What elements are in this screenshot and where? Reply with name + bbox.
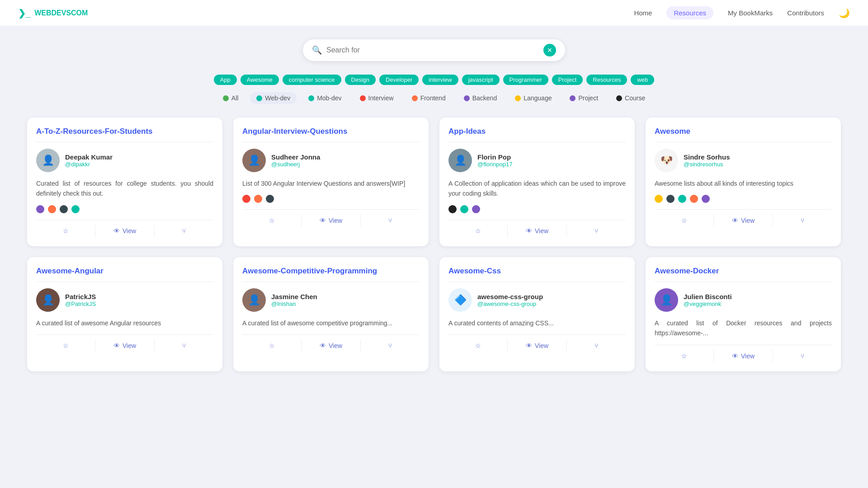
category-filter-item[interactable]: Web-dev bbox=[250, 92, 297, 104]
tag-color-dot bbox=[48, 205, 56, 213]
nav-home[interactable]: Home bbox=[634, 9, 652, 17]
search-bar: 🔍 ✕ bbox=[303, 39, 565, 61]
author-info: Sudheer Jonna@sudheerj bbox=[271, 153, 320, 168]
avatar: 👤 bbox=[36, 149, 60, 172]
view-icon: 👁 bbox=[320, 342, 326, 349]
view-button[interactable]: 👁 View bbox=[301, 214, 361, 227]
view-label: View bbox=[123, 342, 136, 349]
card-actions: ☆👁 View⑂ bbox=[655, 209, 832, 227]
card-author: 🔷awesome-css-group@awesome-css-group bbox=[448, 288, 626, 312]
card-title: Awesome-Docker bbox=[655, 266, 832, 282]
search-input[interactable] bbox=[326, 46, 539, 54]
tag-chip[interactable]: interview bbox=[422, 75, 458, 85]
category-filter-item[interactable]: Project bbox=[563, 92, 604, 104]
category-filter-item[interactable]: Mob-dev bbox=[302, 92, 348, 104]
view-label: View bbox=[123, 227, 136, 235]
view-icon: 👁 bbox=[320, 217, 326, 224]
author-name: PatrickJS bbox=[65, 293, 96, 300]
view-icon: 👁 bbox=[732, 352, 738, 360]
fork-button[interactable]: ⑂ bbox=[773, 214, 832, 227]
star-button[interactable]: ☆ bbox=[448, 225, 507, 237]
resource-card: App-Ideas👤Florin Pop@florinpop17A Collec… bbox=[439, 117, 635, 246]
author-name: Jasmine Chen bbox=[271, 293, 317, 300]
tag-chip[interactable]: web bbox=[631, 75, 654, 85]
nav-contributors[interactable]: Contributors bbox=[787, 9, 824, 17]
category-dot-icon bbox=[616, 95, 622, 101]
tag-chip[interactable]: Programmer bbox=[503, 75, 548, 85]
card-tags bbox=[242, 195, 420, 203]
resource-card: Awesome-Docker👤Julien Bisconti@veggiemon… bbox=[646, 257, 841, 371]
card-actions: ☆👁 View⑂ bbox=[36, 334, 213, 352]
avatar: 👤 bbox=[448, 149, 472, 172]
author-info: Julien Bisconti@veggiemonk bbox=[684, 293, 732, 307]
fork-button[interactable]: ⑂ bbox=[361, 339, 420, 352]
tag-chip[interactable]: Project bbox=[552, 75, 583, 85]
view-button[interactable]: 👁 View bbox=[95, 225, 155, 237]
fork-button[interactable]: ⑂ bbox=[567, 225, 626, 237]
nav-bookmarks[interactable]: My BookMarks bbox=[728, 9, 773, 17]
logo-icon: ❯_ bbox=[18, 8, 31, 19]
resource-card: Awesome🐶Sindre Sorhus@sindresorhusAwesom… bbox=[646, 117, 841, 246]
tag-chip[interactable]: Design bbox=[345, 75, 376, 85]
card-title: App-Ideas bbox=[448, 127, 626, 142]
author-handle: @awesome-css-group bbox=[477, 300, 543, 307]
view-button[interactable]: 👁 View bbox=[507, 339, 567, 352]
star-button[interactable]: ☆ bbox=[36, 225, 95, 237]
view-button[interactable]: 👁 View bbox=[713, 214, 773, 227]
card-description: A curated list of awesome Angular resour… bbox=[36, 318, 213, 328]
view-button[interactable]: 👁 View bbox=[713, 350, 773, 362]
view-label: View bbox=[741, 217, 755, 224]
tag-chip[interactable]: Resources bbox=[586, 75, 627, 85]
category-dot-icon bbox=[256, 95, 262, 101]
view-button[interactable]: 👁 View bbox=[507, 225, 567, 237]
tag-chip[interactable]: Developer bbox=[379, 75, 419, 85]
tag-color-dot bbox=[254, 195, 262, 203]
fork-button[interactable]: ⑂ bbox=[567, 339, 626, 352]
tag-chip[interactable]: App bbox=[214, 75, 237, 85]
category-filter-item[interactable]: Interview bbox=[354, 92, 400, 104]
search-clear-button[interactable]: ✕ bbox=[543, 44, 556, 56]
fork-button[interactable]: ⑂ bbox=[361, 214, 420, 227]
star-button[interactable]: ☆ bbox=[36, 339, 95, 352]
fork-button[interactable]: ⑂ bbox=[155, 225, 213, 237]
star-button[interactable]: ☆ bbox=[242, 339, 301, 352]
nav-resources[interactable]: Resources bbox=[666, 6, 713, 19]
card-actions: ☆👁 View⑂ bbox=[448, 334, 626, 352]
dark-mode-icon[interactable]: 🌙 bbox=[839, 8, 850, 19]
category-filter-item[interactable]: All bbox=[217, 92, 245, 104]
tag-color-dot bbox=[242, 195, 250, 203]
card-actions: ☆👁 View⑂ bbox=[242, 209, 420, 227]
star-button[interactable]: ☆ bbox=[242, 214, 301, 227]
card-description: A curated list of awesome competitive pr… bbox=[242, 318, 420, 328]
view-button[interactable]: 👁 View bbox=[301, 339, 361, 352]
fork-button[interactable]: ⑂ bbox=[155, 339, 213, 352]
author-info: Sindre Sorhus@sindresorhus bbox=[684, 153, 730, 168]
category-filter-item[interactable]: Language bbox=[509, 92, 558, 104]
category-filter-item[interactable]: Backend bbox=[458, 92, 503, 104]
view-label: View bbox=[741, 352, 755, 360]
resource-card: Awesome-Angular👤PatrickJS@PatrickJSA cur… bbox=[27, 257, 222, 371]
view-button[interactable]: 👁 View bbox=[95, 339, 155, 352]
star-button[interactable]: ☆ bbox=[655, 214, 713, 227]
logo[interactable]: ❯_ WEBDEVSCOM bbox=[18, 8, 88, 19]
avatar: 👤 bbox=[242, 149, 266, 172]
author-name: Sindre Sorhus bbox=[684, 153, 730, 161]
category-label: Web-dev bbox=[265, 94, 290, 102]
card-author: 🐶Sindre Sorhus@sindresorhus bbox=[655, 149, 832, 172]
category-filter-item[interactable]: Course bbox=[610, 92, 651, 104]
tag-color-dot bbox=[678, 195, 686, 203]
category-dot-icon bbox=[515, 95, 521, 101]
star-button[interactable]: ☆ bbox=[448, 339, 507, 352]
tag-chip[interactable]: computer science bbox=[283, 75, 341, 85]
tag-chip[interactable]: javascript bbox=[462, 75, 500, 85]
tag-chip[interactable]: Awesome bbox=[241, 75, 279, 85]
tag-color-dot bbox=[655, 195, 663, 203]
card-actions: ☆👁 View⑂ bbox=[448, 220, 626, 237]
fork-button[interactable]: ⑂ bbox=[773, 350, 832, 362]
category-dot-icon bbox=[570, 95, 576, 101]
star-button[interactable]: ☆ bbox=[655, 350, 713, 362]
category-filter-item[interactable]: Frontend bbox=[406, 92, 452, 104]
card-title: A-To-Z-Resources-For-Students bbox=[36, 127, 213, 142]
author-name: Julien Bisconti bbox=[684, 293, 732, 300]
navbar: ❯_ WEBDEVSCOM Home Resources My BookMark… bbox=[0, 0, 868, 26]
